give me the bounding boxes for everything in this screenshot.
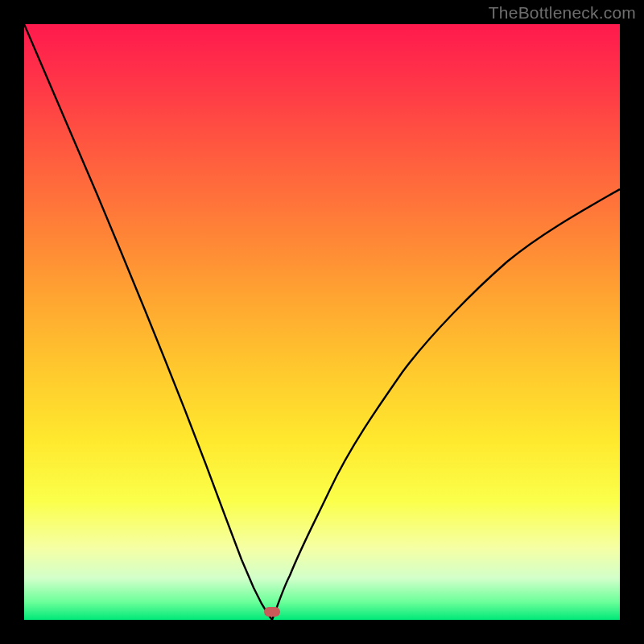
curve-right-branch bbox=[272, 189, 620, 620]
chart-frame: TheBottleneck.com bbox=[0, 0, 644, 644]
watermark-text: TheBottleneck.com bbox=[489, 3, 636, 23]
bottleneck-curve bbox=[24, 24, 620, 620]
curve-left-branch bbox=[24, 24, 272, 620]
plot-area bbox=[24, 24, 620, 620]
optimal-point-marker bbox=[264, 607, 280, 617]
